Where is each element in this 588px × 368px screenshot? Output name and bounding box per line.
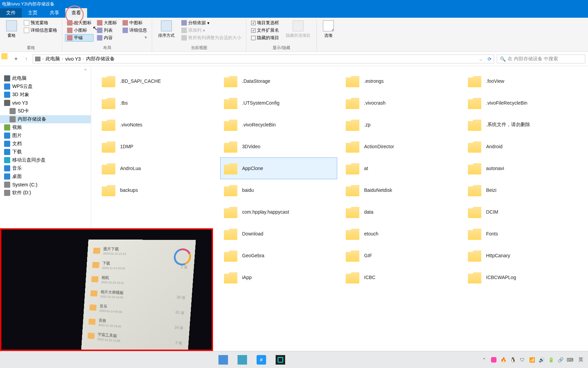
tray-battery-icon[interactable]: 🔋 bbox=[548, 357, 554, 363]
file-extensions[interactable]: ✓文件扩展名 bbox=[249, 27, 281, 34]
add-columns-button[interactable]: 添加列 ▾ bbox=[179, 27, 243, 34]
hidden-items[interactable]: 隐藏的项目 bbox=[249, 34, 281, 42]
crumb-pc[interactable]: 此电脑 bbox=[46, 56, 60, 62]
sidebar-item[interactable]: 下载 bbox=[0, 148, 91, 156]
nav-pane-button[interactable]: 窗格 bbox=[3, 19, 20, 44]
group-by-button[interactable]: 分组依据 ▾ bbox=[179, 19, 243, 27]
folder-item[interactable]: HttpCanary bbox=[464, 245, 582, 266]
tray-keyboard-icon[interactable]: ⌨ bbox=[567, 357, 573, 363]
folder-item[interactable]: .系统文件，请勿删除 bbox=[464, 114, 582, 136]
refresh-button[interactable]: ⟳ bbox=[488, 56, 492, 62]
folder-item[interactable]: backups bbox=[98, 179, 215, 201]
folder-item[interactable]: baidu bbox=[220, 179, 338, 201]
sidebar-item[interactable]: 内部存储设备 bbox=[0, 115, 91, 123]
details-view[interactable]: 详细信息 bbox=[120, 27, 149, 34]
collapse-icon[interactable]: ⌃ bbox=[83, 68, 87, 74]
nav-up[interactable]: ↑ bbox=[22, 55, 30, 63]
sidebar-item[interactable]: 图片 bbox=[0, 132, 91, 140]
sidebar-item[interactable]: 移动云盘同步盘 bbox=[0, 156, 91, 164]
folder-item[interactable]: iApp bbox=[220, 266, 338, 288]
address-bar[interactable]: › 此电脑 › vivo Y3 › 内部存储设备 ⌵ ⟳ bbox=[33, 55, 494, 63]
folder-item[interactable]: .estrongs bbox=[342, 70, 459, 92]
folder-item[interactable]: ICBC bbox=[342, 266, 459, 288]
sidebar-item[interactable]: WPS云盘 bbox=[0, 82, 91, 91]
folder-item[interactable]: BaiduNetdisk bbox=[342, 179, 459, 201]
tiles-view[interactable]: 平铺 bbox=[65, 34, 94, 42]
folder-item[interactable]: .vivocrash bbox=[342, 92, 459, 114]
sort-by-button[interactable]: 排序方式 bbox=[155, 19, 178, 44]
tray-link-icon[interactable]: 🔗 bbox=[557, 357, 564, 363]
folder-item[interactable]: Beizi bbox=[464, 179, 582, 201]
folder-item[interactable]: .DataStorage bbox=[220, 70, 338, 92]
taskbar-app-4[interactable] bbox=[272, 353, 289, 367]
options-button[interactable]: ✓ 选项 bbox=[320, 19, 337, 45]
folder-item[interactable]: AndroLua bbox=[98, 157, 215, 179]
tab-home[interactable]: 主页 bbox=[22, 8, 44, 18]
ime-indicator[interactable]: 英 bbox=[576, 357, 585, 363]
folder-item[interactable]: .vivoRecycleBin bbox=[220, 114, 338, 136]
folder-item[interactable]: 3DVideo bbox=[220, 136, 338, 157]
folder-item[interactable]: Download bbox=[220, 223, 338, 245]
extra-large-icons[interactable]: 超大图标 bbox=[65, 19, 94, 27]
address-dropdown[interactable]: ⌵ bbox=[479, 56, 482, 62]
search-input[interactable]: 🔍 在 内部存储设备 中搜索 bbox=[497, 55, 585, 63]
folder-item[interactable]: .zp bbox=[342, 114, 459, 136]
folder-item[interactable]: .vivoFileRecycleBin bbox=[464, 92, 582, 114]
tab-share[interactable]: 共享 bbox=[44, 8, 65, 18]
folder-item[interactable]: .tbs bbox=[98, 92, 215, 114]
taskbar-app-1[interactable] bbox=[214, 353, 232, 367]
autofit-columns-button[interactable]: 将所有列调整为合适的大小 bbox=[179, 34, 243, 42]
tray-wifi-icon[interactable]: 📶 bbox=[529, 357, 535, 363]
medium-icons[interactable]: 中图标 bbox=[120, 19, 149, 27]
tray-app-icon[interactable] bbox=[491, 357, 497, 363]
tab-view[interactable]: 查看 bbox=[65, 8, 87, 18]
folder-item[interactable]: etouch bbox=[342, 223, 459, 245]
sidebar-item[interactable]: SD卡 bbox=[0, 107, 91, 115]
sidebar-item[interactable]: vivo Y3 bbox=[0, 99, 91, 107]
folder-item[interactable]: ActionDirector bbox=[342, 136, 459, 157]
crumb-storage[interactable]: 内部存储设备 bbox=[86, 56, 115, 62]
pinned-folder-icon[interactable] bbox=[1, 53, 7, 59]
taskbar-app-2[interactable] bbox=[233, 353, 251, 367]
folder-item[interactable]: GIF bbox=[342, 245, 459, 266]
sidebar-item[interactable]: 视频 bbox=[0, 123, 91, 132]
folder-item[interactable]: .UTSystemConfig bbox=[220, 92, 338, 114]
tab-file[interactable]: 文件 bbox=[0, 8, 22, 18]
folder-item[interactable]: at bbox=[342, 157, 459, 179]
details-pane-button[interactable]: 详细信息窗格 bbox=[22, 27, 59, 34]
tray-shield-icon[interactable]: 🛡 bbox=[519, 357, 525, 363]
sidebar-item[interactable]: System (C:) bbox=[0, 181, 91, 189]
tray-volume-icon[interactable]: 🔊 bbox=[538, 357, 544, 363]
folder-item[interactable]: com.hpplay.happycast bbox=[220, 201, 338, 223]
nav-back[interactable]: ▾ bbox=[12, 55, 20, 63]
preview-pane-button[interactable]: 预览窗格 bbox=[22, 19, 59, 27]
hide-selected-button[interactable]: 隐藏所选项目 bbox=[282, 19, 314, 44]
sidebar-item[interactable]: 音乐 bbox=[0, 164, 91, 172]
sidebar-item[interactable]: 此电脑 bbox=[0, 74, 91, 82]
large-icons[interactable]: 大图标 bbox=[95, 19, 119, 27]
crumb-device[interactable]: vivo Y3 bbox=[65, 56, 81, 62]
folder-item[interactable]: .fooView bbox=[464, 70, 582, 92]
sidebar-item[interactable]: 3D 对象 bbox=[0, 91, 91, 99]
content-view[interactable]: 内容 bbox=[95, 34, 119, 42]
layout-dropdown[interactable]: ▾ bbox=[120, 34, 149, 41]
folder-item[interactable]: AppClone bbox=[220, 157, 338, 179]
tray-chevron-up-icon[interactable]: ⌃ bbox=[481, 357, 487, 363]
folder-item[interactable]: data bbox=[342, 201, 459, 223]
folder-item[interactable]: .BD_SAPI_CACHE bbox=[98, 70, 215, 92]
tray-qq-icon[interactable]: 🐧 bbox=[510, 357, 516, 363]
sidebar-item[interactable]: 软件 (D:) bbox=[0, 189, 91, 197]
taskbar-app-3[interactable]: # bbox=[252, 353, 270, 367]
folder-item[interactable]: GeoGebra bbox=[220, 245, 338, 266]
sidebar-item[interactable]: 桌面 bbox=[0, 172, 91, 181]
folder-item[interactable]: DCIM bbox=[464, 201, 582, 223]
folder-item[interactable]: ICBCWAPLog bbox=[464, 266, 582, 288]
item-checkboxes[interactable]: ✓项目复选框 bbox=[249, 19, 281, 27]
tray-flame-icon[interactable]: 🔥 bbox=[500, 357, 506, 363]
folder-item[interactable]: .vivoNotes bbox=[98, 114, 215, 136]
folder-item[interactable]: 1DMP bbox=[98, 136, 215, 157]
list-view[interactable]: 列表 bbox=[95, 27, 119, 34]
folder-item[interactable]: Fonts bbox=[464, 223, 582, 245]
sidebar-item[interactable]: 文档 bbox=[0, 140, 91, 148]
small-icons[interactable]: 小图标 bbox=[65, 27, 94, 34]
